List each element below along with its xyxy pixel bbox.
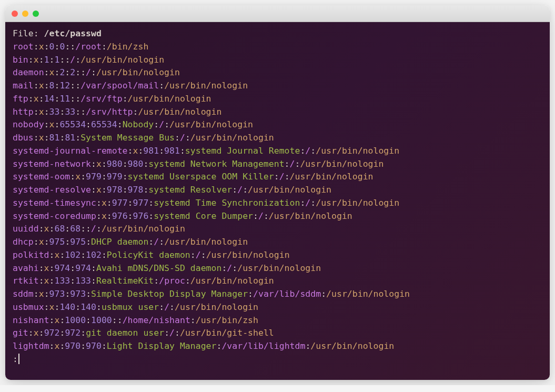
field-shell: /usr/bin/nologin bbox=[290, 172, 374, 182]
field-uid: 133 bbox=[54, 276, 70, 286]
colon-sep: : bbox=[39, 263, 44, 273]
passwd-row: lightdm:x:970:970:Light Display Manager:… bbox=[13, 340, 542, 353]
field-shell: /usr/bin/nologin bbox=[316, 146, 399, 156]
field-x: x bbox=[133, 146, 138, 156]
passwd-row: nishant:x:1000:1000::/home/nishant:/usr/… bbox=[13, 314, 542, 327]
field-gecos: RealtimeKit bbox=[96, 276, 154, 286]
field-gid: 2 bbox=[70, 67, 75, 77]
field-shell: /usr/bin/nologin bbox=[164, 81, 248, 91]
colon-sep: : bbox=[107, 211, 112, 221]
colon-sep: : bbox=[49, 341, 55, 351]
colon-sep: : bbox=[44, 67, 49, 77]
passwd-row: polkitd:x:102:102:PolicyKit daemon:/:/us… bbox=[13, 249, 542, 262]
colon-sep: : bbox=[54, 67, 59, 77]
colon-sep: : bbox=[75, 81, 80, 91]
colon-sep: : bbox=[39, 94, 44, 104]
titlebar[interactable] bbox=[5, 5, 550, 22]
colon-sep: : bbox=[128, 146, 133, 156]
field-uid: 1 bbox=[44, 55, 49, 65]
field-x: x bbox=[39, 107, 44, 117]
colon-sep: : bbox=[232, 263, 237, 273]
field-homedir: / bbox=[227, 263, 232, 273]
field-shell: /usr/bin/nologin bbox=[175, 302, 258, 312]
colon-sep: : bbox=[59, 328, 65, 338]
colon-sep: : bbox=[75, 133, 80, 143]
field-homedir: /root bbox=[75, 42, 102, 52]
field-homedir: / bbox=[164, 302, 169, 312]
field-user: ftp bbox=[13, 94, 28, 104]
field-gid: 979 bbox=[107, 172, 123, 182]
colon-sep: : bbox=[138, 146, 143, 156]
field-gid: 970 bbox=[86, 341, 102, 351]
colon-sep: : bbox=[75, 55, 80, 65]
field-gid: 973 bbox=[70, 289, 86, 299]
colon-sep: : bbox=[221, 263, 227, 273]
field-homedir: / bbox=[154, 237, 159, 247]
colon-sep: : bbox=[75, 67, 80, 77]
passwd-row: systemd-timesync:x:977:977:systemd Time … bbox=[13, 197, 542, 210]
colon-sep: : bbox=[80, 107, 86, 117]
colon-sep: : bbox=[54, 119, 59, 129]
field-homedir: / bbox=[196, 250, 201, 260]
field-homedir: / bbox=[290, 159, 295, 169]
colon-sep: : bbox=[232, 185, 237, 195]
colon-sep: : bbox=[86, 224, 91, 234]
colon-sep: : bbox=[28, 328, 34, 338]
colon-sep: : bbox=[55, 42, 60, 52]
colon-sep: : bbox=[300, 146, 305, 156]
field-user: bin bbox=[13, 55, 28, 65]
colon-sep: : bbox=[190, 250, 196, 260]
colon-sep: : bbox=[65, 42, 70, 52]
colon-sep: : bbox=[107, 198, 112, 208]
colon-sep: : bbox=[34, 133, 39, 143]
prompt-line[interactable]: : bbox=[13, 353, 542, 366]
colon-sep: : bbox=[253, 211, 258, 221]
field-uid: 974 bbox=[54, 263, 70, 273]
colon-sep: : bbox=[117, 119, 123, 129]
field-gid: 33 bbox=[65, 107, 75, 117]
field-gecos: Nobody bbox=[123, 119, 154, 129]
field-shell: /usr/bin/nologin bbox=[164, 237, 248, 247]
field-shell: /usr/bin/nologin bbox=[237, 263, 321, 273]
field-shell: /usr/bin/nologin bbox=[138, 107, 221, 117]
colon-sep: : bbox=[164, 328, 169, 338]
field-x: x bbox=[34, 94, 39, 104]
minimize-icon[interactable] bbox=[22, 11, 28, 17]
colon-sep: : bbox=[39, 224, 44, 234]
colon-sep: : bbox=[49, 276, 55, 286]
field-user: mail bbox=[13, 81, 34, 91]
field-shell: /usr/bin/nologin bbox=[316, 198, 399, 208]
field-uid: 2 bbox=[59, 67, 65, 77]
colon-sep: : bbox=[96, 211, 102, 221]
colon-sep: : bbox=[59, 107, 65, 117]
passwd-row: systemd-journal-remote:x:981:981:systemd… bbox=[13, 145, 542, 158]
field-homedir: / bbox=[91, 224, 96, 234]
field-x: x bbox=[44, 263, 49, 273]
field-uid: 102 bbox=[65, 250, 80, 260]
field-x: x bbox=[54, 315, 59, 325]
terminal-window: File: /etc/passwdroot:x:0:0::/root:/bin/… bbox=[5, 5, 550, 380]
colon-sep: : bbox=[102, 185, 107, 195]
field-homedir: / bbox=[305, 198, 310, 208]
colon-sep: : bbox=[86, 289, 91, 299]
field-shell: /usr/bin/nologin bbox=[102, 224, 185, 234]
colon-sep: : bbox=[65, 289, 70, 299]
close-icon[interactable] bbox=[12, 11, 18, 17]
field-x: x bbox=[39, 81, 44, 91]
field-user: nishant bbox=[13, 315, 49, 325]
field-x: x bbox=[44, 224, 49, 234]
colon-sep: : bbox=[91, 159, 96, 169]
colon-sep: : bbox=[70, 172, 75, 182]
field-user: dhcp bbox=[13, 237, 34, 247]
terminal-output[interactable]: File: /etc/passwdroot:x:0:0::/root:/bin/… bbox=[5, 22, 550, 380]
colon-sep: : bbox=[154, 276, 159, 286]
colon-sep: : bbox=[44, 133, 49, 143]
colon-sep: : bbox=[55, 94, 60, 104]
maximize-icon[interactable] bbox=[33, 11, 39, 17]
field-uid: 65534 bbox=[59, 119, 86, 129]
field-user: git bbox=[13, 328, 28, 338]
file-label: File: bbox=[13, 28, 44, 38]
colon-sep: : bbox=[70, 94, 75, 104]
passwd-row: root:x:0:0::/root:/bin/zsh bbox=[13, 41, 542, 54]
field-x: x bbox=[102, 198, 107, 208]
